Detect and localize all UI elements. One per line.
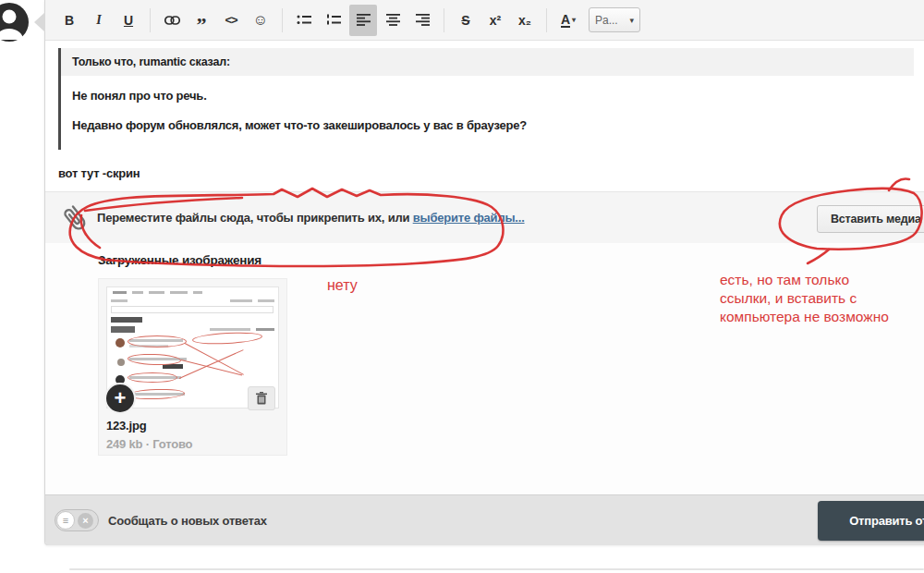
- chevron-down-icon: ▾: [572, 16, 576, 24]
- notify-toggle[interactable]: ≡ ×: [55, 509, 99, 531]
- link-button[interactable]: [158, 5, 186, 36]
- toggle-menu-icon: ≡: [56, 511, 75, 530]
- underline-button[interactable]: U: [115, 5, 142, 36]
- dropzone-text: Переместите файлы сюда, чтобы прикрепить…: [97, 211, 525, 225]
- quote-icon: ”: [197, 20, 207, 30]
- page-divider: [69, 568, 924, 570]
- paragraph-format-value: Pa...: [595, 14, 618, 27]
- smiley-icon: ☺: [253, 12, 268, 29]
- toolbar-separator: [150, 8, 151, 32]
- dropzone-label: Переместите файлы сюда, чтобы прикрепить…: [97, 211, 413, 225]
- align-left-icon: [357, 14, 371, 26]
- choose-files-link[interactable]: выберите файлы...: [413, 211, 525, 225]
- align-left-button[interactable]: [349, 5, 377, 36]
- toolbar-separator: [444, 8, 444, 32]
- numbered-list-icon: [326, 14, 341, 26]
- bold-icon: B: [65, 13, 74, 28]
- attachments-section: Загруженные изображения: [45, 243, 924, 494]
- attachments-heading: Загруженные изображения: [98, 253, 261, 267]
- align-center-button[interactable]: [379, 5, 407, 36]
- quote-paragraph: Не понял про что речь.: [72, 89, 903, 103]
- insert-media-label: Вставить медиа: [831, 213, 921, 226]
- emoticon-button[interactable]: ☺: [247, 5, 274, 36]
- code-icon: <>: [225, 13, 237, 27]
- reply-editor: B I U ” <> ☺: [44, 0, 924, 545]
- subscript-icon: x₂: [518, 13, 531, 28]
- numbered-list-button[interactable]: [320, 5, 347, 36]
- editor-toolbar: B I U ” <> ☺: [45, 0, 924, 41]
- delete-attachment-button[interactable]: [248, 386, 275, 410]
- bullet-list-icon: [297, 14, 311, 26]
- post-text: вот тут -скрин: [58, 166, 924, 180]
- superscript-button[interactable]: x²: [481, 5, 509, 36]
- quote-body: Не понял про что речь. Недавно форум обн…: [61, 76, 914, 150]
- italic-button[interactable]: I: [85, 5, 113, 36]
- text-color-icon: A: [561, 13, 570, 28]
- annotation-note-right: есть, но там только ссылки, и вставить с…: [720, 271, 889, 326]
- annotation-line: ссылки, и вставить с: [720, 289, 889, 308]
- text-color-button[interactable]: A▾: [554, 5, 582, 36]
- user-avatar: [0, 1, 31, 43]
- chevron-down-icon: ▾: [629, 16, 634, 25]
- reply-footer-bar: ≡ × Сообщать о новых ответах Отправить о…: [45, 494, 924, 545]
- bullet-list-button[interactable]: [290, 5, 318, 36]
- quote-paragraph: Недавно форум обновлялся, может что-то з…: [72, 118, 903, 132]
- align-right-icon: [416, 14, 430, 26]
- annotation-line: компьютера не возможно: [720, 308, 889, 326]
- toggle-off-icon: ×: [78, 513, 93, 529]
- code-button[interactable]: <>: [217, 5, 245, 36]
- editor-content-area[interactable]: Только что, rumantic сказал: Не понял пр…: [45, 41, 924, 191]
- italic-icon: I: [96, 13, 101, 28]
- attachment-status: 249 kb · Готово: [106, 437, 279, 451]
- superscript-icon: x²: [490, 13, 501, 28]
- annotation-note-left: нету: [327, 277, 358, 294]
- mini-search-bar: [111, 306, 274, 313]
- quote-button[interactable]: ”: [188, 5, 215, 36]
- toolbar-separator: [282, 8, 283, 32]
- annotation-line: есть, но там только: [720, 271, 889, 289]
- quote-header: Только что, rumantic сказал:: [61, 48, 914, 76]
- insert-media-button[interactable]: Вставить медиа ▾: [817, 205, 924, 233]
- notify-label: Сообщать о новых ответах: [108, 514, 267, 528]
- paperclip-icon: [57, 201, 92, 236]
- attachment-card: + 123.jpg 249 kb · Готово: [98, 278, 287, 456]
- comment-bubble-arrow: [34, 12, 45, 32]
- attachment-filename: 123.jpg: [106, 419, 279, 433]
- toolbar-separator: [546, 8, 547, 32]
- person-icon: [0, 1, 31, 43]
- strikethrough-button[interactable]: S: [452, 5, 480, 36]
- attachment-dropzone[interactable]: Переместите файлы сюда, чтобы прикрепить…: [45, 191, 924, 243]
- add-attachment-button[interactable]: +: [104, 383, 136, 414]
- underline-icon: U: [124, 13, 133, 28]
- paragraph-format-select[interactable]: Pa... ▾: [589, 7, 640, 32]
- strikethrough-icon: S: [461, 13, 469, 28]
- bold-button[interactable]: B: [55, 5, 83, 36]
- link-icon: [164, 16, 180, 25]
- align-right-button[interactable]: [408, 5, 436, 36]
- trash-icon: [256, 392, 267, 405]
- align-center-icon: [386, 14, 400, 26]
- submit-reply-button[interactable]: Отправить ответ: [818, 501, 924, 541]
- quote-block: Только что, rumantic сказал: Не понял пр…: [58, 48, 914, 150]
- subscript-button[interactable]: x₂: [511, 5, 539, 36]
